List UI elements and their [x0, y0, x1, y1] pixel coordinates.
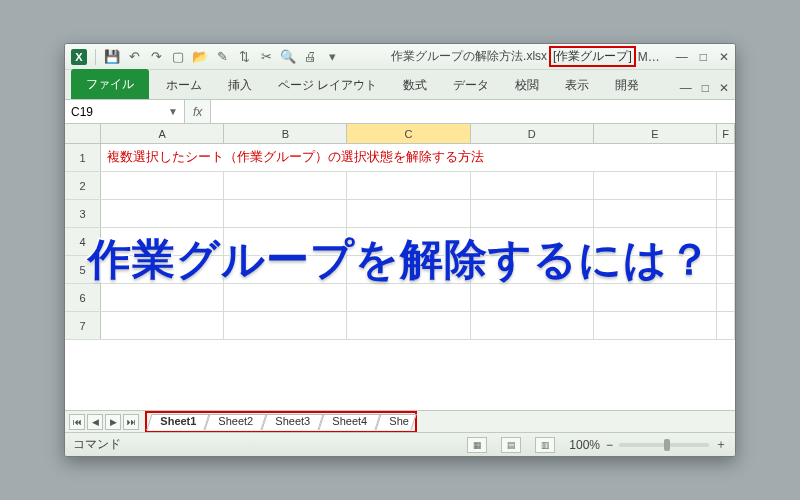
tab-view[interactable]: 表示	[552, 70, 602, 99]
tab-page-layout[interactable]: ページ レイアウト	[265, 70, 390, 99]
chevron-down-icon[interactable]: ▼	[168, 106, 178, 117]
quick-access-toolbar: 💾 ↶ ↷ ▢ 📂 ✎ ⇅ ✂ 🔍 🖨 ▾ 作業グループの解除方法.xlsx […	[65, 44, 735, 70]
wb-minimize-icon[interactable]: —	[680, 81, 692, 95]
overlay-headline: 作業グループを解除するには？	[88, 231, 712, 289]
title-bar-text: 作業グループの解除方法.xlsx [作業グループ] M…	[391, 46, 660, 67]
col-header-E[interactable]: E	[594, 124, 717, 143]
wb-maximize-icon[interactable]: □	[702, 81, 709, 95]
maximize-icon[interactable]: □	[700, 50, 707, 64]
zoom-level-label: 100%	[569, 438, 600, 452]
cell[interactable]	[347, 312, 470, 339]
sheet-tab-2[interactable]: Sheet2	[204, 414, 266, 430]
cell[interactable]	[594, 312, 717, 339]
app-suffix: M…	[638, 50, 660, 64]
row-header-7[interactable]: 7	[65, 312, 101, 339]
qat-more-icon[interactable]: ▾	[324, 49, 340, 65]
cell[interactable]	[471, 312, 594, 339]
cell[interactable]	[101, 172, 224, 199]
close-icon[interactable]: ✕	[719, 50, 729, 64]
preview-icon[interactable]: 🔍	[280, 49, 296, 65]
cut-icon[interactable]: ✂	[258, 49, 274, 65]
status-bar: コマンド ▦ ▤ ▥ 100% − ＋	[65, 432, 735, 456]
row-header-2[interactable]: 2	[65, 172, 101, 199]
save-icon[interactable]: 💾	[104, 49, 120, 65]
minimize-icon[interactable]: —	[676, 50, 688, 64]
cell[interactable]	[717, 312, 735, 339]
column-headers: A B C D E F	[65, 124, 735, 144]
sheet-nav-last-icon[interactable]: ⏭	[123, 414, 139, 430]
workbook-window-controls: — □ ✕	[680, 81, 729, 99]
sheet-nav-prev-icon[interactable]: ◀	[87, 414, 103, 430]
sheet-tab-3[interactable]: Sheet3	[261, 414, 323, 430]
zoom-out-button[interactable]: −	[606, 438, 613, 452]
col-header-D[interactable]: D	[471, 124, 594, 143]
row-1: 1 複数選択したシート（作業グループ）の選択状態を解除する方法	[65, 144, 735, 172]
tab-formulas[interactable]: 数式	[390, 70, 440, 99]
cell[interactable]	[717, 172, 735, 199]
cell[interactable]	[471, 172, 594, 199]
sheet-tab-4[interactable]: Sheet4	[318, 414, 380, 430]
tab-home[interactable]: ホーム	[153, 70, 215, 99]
cell[interactable]	[717, 256, 735, 283]
new-icon[interactable]: ▢	[170, 49, 186, 65]
view-pagebreak-icon[interactable]: ▥	[535, 437, 555, 453]
sheet-nav-next-icon[interactable]: ▶	[105, 414, 121, 430]
fx-button[interactable]: fx	[185, 100, 211, 123]
name-box[interactable]: C19 ▼	[65, 100, 185, 123]
row-header-3[interactable]: 3	[65, 200, 101, 227]
zoom-slider[interactable]	[619, 443, 709, 447]
cell[interactable]	[347, 200, 470, 227]
cell-A1-text[interactable]: 複数選択したシート（作業グループ）の選択状態を解除する方法	[101, 144, 735, 171]
cell[interactable]	[101, 200, 224, 227]
row-3: 3	[65, 200, 735, 228]
cell[interactable]	[717, 284, 735, 311]
tab-developer[interactable]: 開発	[602, 70, 652, 99]
sheet-tabs-highlight-box: Sheet1 Sheet2 Sheet3 Sheet4 She	[145, 411, 417, 433]
col-header-F[interactable]: F	[717, 124, 735, 143]
sheet-nav-first-icon[interactable]: ⏮	[69, 414, 85, 430]
tab-file[interactable]: ファイル	[71, 69, 149, 99]
col-header-A[interactable]: A	[101, 124, 224, 143]
cell[interactable]	[101, 312, 224, 339]
undo-icon[interactable]: ↶	[126, 49, 142, 65]
tab-review[interactable]: 校閲	[502, 70, 552, 99]
row-2: 2	[65, 172, 735, 200]
redo-icon[interactable]: ↷	[148, 49, 164, 65]
cell[interactable]	[717, 200, 735, 227]
wb-close-icon[interactable]: ✕	[719, 81, 729, 95]
open-icon[interactable]: 📂	[192, 49, 208, 65]
status-mode-label: コマンド	[73, 436, 121, 453]
row-7: 7	[65, 312, 735, 340]
col-header-C[interactable]: C	[347, 124, 470, 143]
view-layout-icon[interactable]: ▤	[501, 437, 521, 453]
tab-data[interactable]: データ	[440, 70, 502, 99]
separator	[95, 49, 96, 65]
brush-icon[interactable]: ✎	[214, 49, 230, 65]
sort-icon[interactable]: ⇅	[236, 49, 252, 65]
zoom-control: 100% − ＋	[569, 436, 727, 453]
window-controls: — □ ✕	[676, 50, 729, 64]
cell[interactable]	[224, 172, 347, 199]
formula-input[interactable]	[211, 100, 735, 123]
tab-insert[interactable]: 挿入	[215, 70, 265, 99]
cell[interactable]	[224, 312, 347, 339]
sheet-tab-1[interactable]: Sheet1	[146, 414, 209, 430]
excel-app-icon	[71, 49, 87, 65]
cell[interactable]	[471, 200, 594, 227]
view-normal-icon[interactable]: ▦	[467, 437, 487, 453]
ribbon-tabs: ファイル ホーム 挿入 ページ レイアウト 数式 データ 校閲 表示 開発 — …	[65, 70, 735, 100]
workgroup-tag: [作業グループ]	[549, 46, 636, 67]
zoom-in-button[interactable]: ＋	[715, 436, 727, 453]
cell[interactable]	[594, 200, 717, 227]
sheet-tab-5-partial[interactable]: She	[375, 414, 416, 430]
select-all-corner[interactable]	[65, 124, 101, 143]
cell[interactable]	[594, 172, 717, 199]
cell[interactable]	[717, 228, 735, 255]
col-header-B[interactable]: B	[224, 124, 347, 143]
formula-bar: C19 ▼ fx	[65, 100, 735, 124]
row-header-1[interactable]: 1	[65, 144, 101, 171]
sheet-tab-bar: ⏮ ◀ ▶ ⏭ Sheet1 Sheet2 Sheet3 Sheet4 She	[65, 410, 735, 432]
print-icon[interactable]: 🖨	[302, 49, 318, 65]
cell[interactable]	[347, 172, 470, 199]
cell[interactable]	[224, 200, 347, 227]
